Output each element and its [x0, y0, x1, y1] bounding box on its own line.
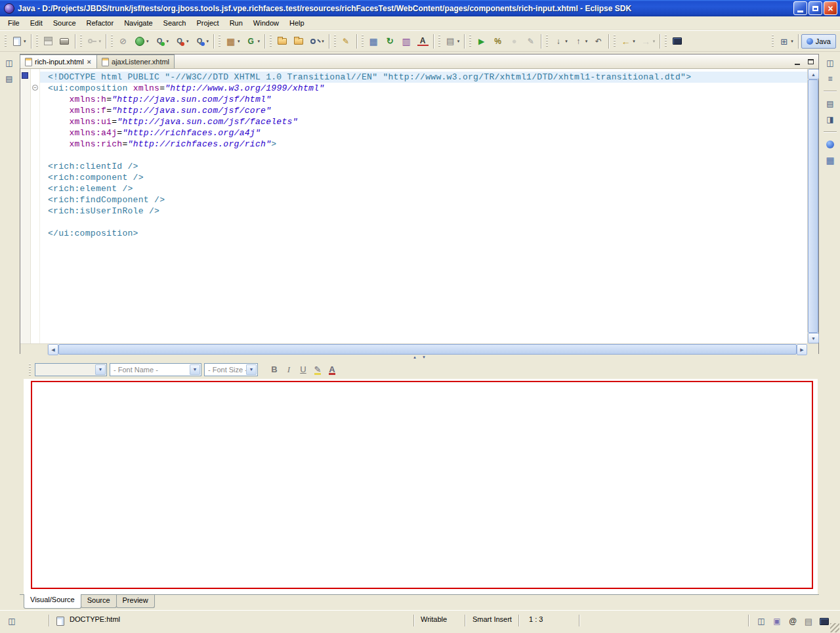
fast-view-button[interactable]: ◫: [5, 615, 18, 627]
toolbar-grip[interactable]: [438, 35, 440, 48]
run-button[interactable]: ▾: [131, 33, 152, 49]
visual-page-canvas[interactable]: [31, 381, 813, 589]
maximize-button[interactable]: [808, 1, 822, 15]
menu-source[interactable]: Source: [48, 18, 81, 28]
close-button[interactable]: ×: [824, 1, 837, 15]
collapse-fold-icon[interactable]: −: [32, 85, 38, 91]
save-button[interactable]: [40, 33, 56, 49]
toolbar-grip[interactable]: [614, 35, 616, 48]
toolbar-grip[interactable]: [665, 35, 667, 48]
back-button[interactable]: ←▾: [618, 33, 638, 49]
menu-navigate[interactable]: Navigate: [119, 18, 158, 28]
new-wizard-button[interactable]: ▾: [9, 33, 29, 49]
editor-tab-rich-input-xhtml[interactable]: rich-input.xhtml×: [20, 55, 97, 68]
refresh-button[interactable]: ↻: [382, 33, 398, 49]
edit-pencil-button[interactable]: ✎: [522, 33, 539, 49]
coverage-button[interactable]: %: [490, 33, 506, 49]
bold-button[interactable]: B: [267, 362, 282, 377]
at-icon-button[interactable]: @: [786, 615, 799, 627]
resize-grip[interactable]: [830, 623, 839, 632]
next-annotation-button[interactable]: ↓▾: [550, 33, 570, 49]
toolbar-grip[interactable]: [334, 35, 336, 48]
editor-splitter[interactable]: ▲ ▼: [20, 354, 819, 360]
play-button[interactable]: ▶: [473, 33, 490, 49]
vertical-scroll-thumb[interactable]: [808, 79, 818, 333]
toolbar-grip[interactable]: [546, 35, 548, 48]
tab-preview[interactable]: Preview: [116, 595, 155, 608]
menu-project[interactable]: Project: [191, 18, 224, 28]
menu-search[interactable]: Search: [158, 18, 192, 28]
externalize-strings-button[interactable]: A: [415, 33, 431, 49]
toolbar-grip[interactable]: [36, 35, 38, 48]
server-globe-button[interactable]: [823, 138, 837, 151]
palette-button[interactable]: ▤: [823, 97, 837, 110]
menu-file[interactable]: File: [3, 18, 25, 28]
toolbar-grip[interactable]: [772, 35, 774, 48]
annotation-ruler[interactable]: [20, 69, 31, 343]
pane-icon-button[interactable]: ◫: [755, 615, 768, 627]
italic-button[interactable]: I: [282, 362, 296, 377]
scroll-up-button[interactable]: ▲: [808, 69, 819, 79]
restore-pane-button[interactable]: ◫: [823, 56, 837, 70]
new-web-component-button[interactable]: ▦: [366, 33, 382, 49]
restore-pane-button[interactable]: ◫: [2, 56, 16, 70]
font-name-combo[interactable]: - Font Name - ▼: [110, 363, 201, 376]
package-explorer-button[interactable]: ▤: [2, 72, 16, 85]
external-tools-button[interactable]: Q▾: [192, 33, 212, 49]
font-color-button[interactable]: A: [325, 362, 339, 377]
style-combo[interactable]: ▼: [35, 363, 107, 376]
open-resource-button[interactable]: [290, 33, 306, 49]
menu-run[interactable]: Run: [224, 18, 248, 28]
outline-button[interactable]: ≡: [823, 72, 837, 85]
highlight-pencil-button[interactable]: ✎: [338, 33, 354, 49]
prev-annotation-button[interactable]: ↑▾: [570, 33, 591, 49]
splitter-up-button[interactable]: ▲: [411, 355, 419, 360]
scroll-down-button[interactable]: ▼: [808, 333, 819, 343]
toolbar-grip[interactable]: [270, 35, 272, 48]
minimize-button[interactable]: [793, 1, 807, 15]
forward-button[interactable]: →▾: [638, 33, 658, 49]
profile-tools-button[interactable]: Q▾: [171, 33, 192, 49]
editor-tab-ajaxListener-xhtml[interactable]: ajaxListener.xhtml: [96, 55, 175, 68]
menu-refactor[interactable]: Refactor: [81, 18, 119, 28]
skip-breakpoints-button[interactable]: ⊘: [115, 33, 131, 49]
maximize-view-button[interactable]: [805, 56, 816, 67]
open-type-button[interactable]: [274, 33, 290, 49]
snippets-button[interactable]: ◨: [823, 113, 837, 126]
menu-help[interactable]: Help: [284, 18, 310, 28]
code-area[interactable]: <!DOCTYPE html PUBLIC "-//W3C//DTD XHTML…: [40, 69, 807, 343]
toolbar-grip[interactable]: [111, 35, 113, 48]
minimize-view-button[interactable]: [791, 56, 803, 67]
toolbar-grip[interactable]: [219, 35, 220, 48]
search-button[interactable]: ▾: [306, 33, 327, 49]
debug-tools-button[interactable]: Q▾: [152, 33, 172, 49]
image-icon-button[interactable]: ▣: [770, 615, 784, 627]
font-size-combo[interactable]: - Font Size - ▼: [204, 363, 258, 376]
new-java-project-button[interactable]: ▦▾: [222, 33, 243, 49]
toolbar-grip[interactable]: [29, 364, 31, 376]
folding-ruler[interactable]: −: [31, 69, 40, 343]
monitor-icon-button[interactable]: [818, 615, 831, 627]
horizontal-scroll-thumb[interactable]: [58, 344, 797, 355]
tab-close-icon[interactable]: ×: [87, 58, 92, 66]
new-java-class-button[interactable]: G▾: [243, 33, 263, 49]
tab-source[interactable]: Source: [81, 595, 117, 608]
java-perspective-button[interactable]: Java: [801, 34, 836, 49]
menu-edit[interactable]: Edit: [25, 18, 48, 28]
console-button[interactable]: [669, 33, 685, 49]
tab-visual-source[interactable]: Visual/Source: [24, 594, 81, 609]
toolbar-grip[interactable]: [80, 35, 82, 48]
splitter-down-button[interactable]: ▼: [420, 355, 428, 360]
underline-button[interactable]: U: [296, 362, 310, 377]
highlight-color-button[interactable]: ✎: [310, 362, 325, 377]
properties-button[interactable]: ▦: [823, 154, 837, 167]
menu-window[interactable]: Window: [248, 18, 284, 28]
toolbar-grip[interactable]: [5, 35, 7, 48]
key-button[interactable]: ▾: [84, 33, 104, 49]
tasks-button[interactable]: ▤▾: [442, 33, 463, 49]
stop-button[interactable]: ●: [506, 33, 522, 49]
toolbar-grip[interactable]: [469, 35, 471, 48]
last-edit-location-button[interactable]: ↶: [590, 33, 606, 49]
open-perspective-button[interactable]: ⊞▾: [776, 33, 796, 49]
page-icon-button[interactable]: ▤: [802, 615, 815, 627]
